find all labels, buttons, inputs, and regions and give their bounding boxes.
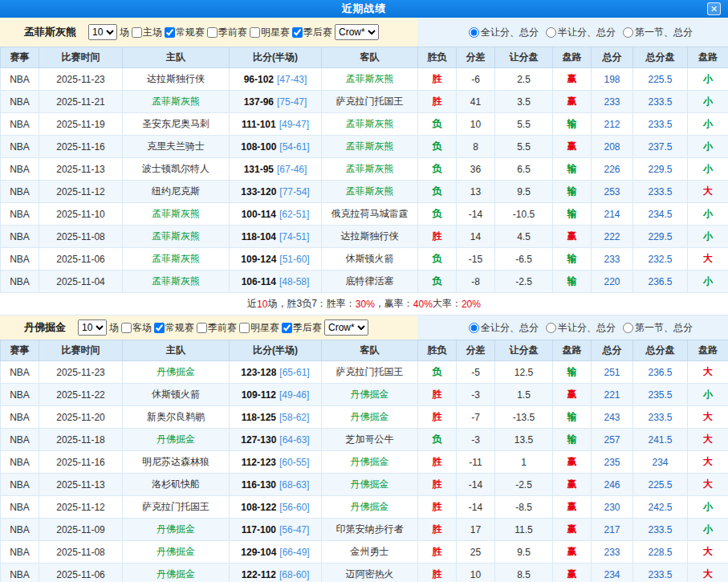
filter-radio[interactable] (469, 27, 479, 38)
cell-handicap-line: 1 (495, 451, 553, 474)
cell-away-team: 孟菲斯灰熊 (322, 158, 418, 181)
filter-checkbox[interactable] (239, 323, 250, 333)
games-count-select[interactable]: 10 (78, 319, 107, 336)
cell-total-points: 230 (592, 496, 633, 519)
cell-total-line: 233.5 (633, 113, 688, 136)
popup-window: 近期战绩 ✕ 孟菲斯灰熊10场主场常规赛季前赛明星赛季后赛Crow*全让分、总分… (0, 0, 728, 582)
filter-checkbox[interactable] (292, 27, 303, 38)
cell-score: 131-95[67-46] (230, 158, 322, 181)
cell-over-under: 大 (688, 451, 728, 474)
column-header: 盘路 (688, 340, 728, 361)
full-time-score: 133-120 (241, 186, 276, 197)
cell-score: 129-104[66-49] (230, 541, 322, 564)
table-row: NBA2025-11-21孟菲斯灰熊137-96[75-47]萨克拉门托国王胜4… (1, 91, 728, 113)
filter-radio[interactable] (546, 323, 556, 333)
filter-option: 明星赛 (250, 26, 290, 39)
filter-checkbox[interactable] (154, 323, 165, 333)
column-header: 比分(半场) (230, 340, 322, 361)
table-row: NBA2025-11-06丹佛掘金122-112[68-60]迈阿密热火胜108… (1, 564, 728, 582)
cell-home-team: 萨克拉门托国王 (123, 496, 230, 519)
full-time-score: 106-114 (242, 276, 276, 287)
column-header: 主队 (123, 47, 230, 68)
bookmaker-select[interactable]: Crow* (324, 319, 368, 336)
cell-over-under: 大 (688, 541, 728, 564)
cell-league: NBA (1, 136, 39, 158)
cell-total-line: 229.5 (633, 226, 688, 248)
cell-point-diff: -11 (457, 451, 495, 474)
filter-radio[interactable] (546, 27, 556, 38)
cell-away-team: 达拉斯独行侠 (322, 226, 418, 248)
table-row: NBA2025-11-08丹佛掘金129-104[66-49]金州勇士胜259.… (1, 541, 728, 564)
cell-handicap-line: 1.5 (495, 384, 553, 406)
cell-point-diff: -14 (457, 496, 495, 519)
cell-total-line: 235.5 (633, 384, 688, 406)
filter-radio[interactable] (623, 27, 633, 38)
column-header: 比赛时间 (39, 340, 123, 361)
cell-away-team: 丹佛掘金 (322, 474, 418, 496)
cell-date: 2025-11-23 (39, 68, 123, 91)
full-time-score: 109-112 (242, 389, 276, 401)
half-time-score: [60-55] (279, 457, 309, 468)
filter-checkbox[interactable] (121, 323, 132, 333)
cell-result: 负 (418, 203, 457, 226)
radio-option: 全让分、总分 (469, 321, 539, 335)
cell-home-team: 孟菲斯灰熊 (123, 203, 230, 226)
filter-radio[interactable] (469, 323, 479, 333)
filter-option: 明星赛 (239, 321, 279, 335)
column-header: 盘路 (688, 47, 728, 68)
table-row: NBA2025-11-08孟菲斯灰熊118-104[74-51]达拉斯独行侠胜1… (1, 226, 728, 248)
filter-checkbox-label: 明星赛 (261, 26, 290, 39)
filter-checkbox[interactable] (207, 27, 218, 38)
cell-over-under: 小 (688, 158, 728, 181)
cell-date: 2025-11-12 (39, 181, 123, 203)
filter-checkbox[interactable] (197, 323, 207, 333)
cell-date: 2025-11-23 (39, 361, 123, 384)
cell-date: 2025-11-13 (39, 474, 123, 496)
table-row: NBA2025-11-16克里夫兰骑士108-100[54-61]孟菲斯灰熊负8… (1, 136, 728, 158)
cell-league: NBA (1, 361, 39, 384)
cell-point-diff: -5 (457, 361, 495, 384)
filter-checkbox[interactable] (250, 27, 260, 38)
filter-checkbox-label: 季前赛 (208, 321, 237, 335)
cell-point-diff: 8 (457, 136, 495, 158)
cell-over-under: 小 (688, 384, 728, 406)
cell-total-points: 217 (592, 519, 633, 541)
cell-score: 117-100[56-47] (230, 519, 322, 541)
cell-handicap-line: 9.5 (495, 541, 553, 564)
filter-radio[interactable] (623, 323, 633, 333)
cell-handicap-line: -2.5 (495, 271, 553, 293)
table-row: NBA2025-11-19圣安东尼奥马刺111-101[49-47]孟菲斯灰熊负… (1, 113, 728, 136)
cell-point-diff: 36 (457, 158, 495, 181)
half-time-score: [66-49] (279, 547, 309, 558)
filter-checkbox[interactable] (165, 27, 175, 38)
filter-option: 季后赛 (282, 321, 322, 335)
filter-checkbox[interactable] (282, 323, 292, 333)
cell-league: NBA (1, 203, 39, 226)
cell-league: NBA (1, 113, 39, 136)
filter-checkbox-label: 季后赛 (293, 321, 322, 335)
close-icon[interactable]: ✕ (707, 2, 721, 15)
cell-handicap-result: 赢 (553, 474, 592, 496)
filter-checkbox[interactable] (132, 27, 142, 38)
filter-bar-left: 孟菲斯灰熊10场主场常规赛季前赛明星赛季后赛Crow* (0, 18, 417, 47)
cell-handicap-line: 9.5 (495, 181, 553, 203)
cell-score: 122-112[68-60] (230, 564, 322, 582)
half-time-score: [47-43] (277, 74, 307, 85)
cell-handicap-line: 5.5 (495, 113, 553, 136)
summary-text: 10 (257, 299, 267, 310)
cell-point-diff: 10 (457, 564, 495, 582)
cell-date: 2025-11-12 (39, 496, 123, 519)
filter-radio-label: 全让分、总分 (481, 321, 539, 335)
cell-date: 2025-11-04 (39, 271, 123, 293)
cell-away-team: 金州勇士 (322, 541, 418, 564)
full-time-score: 108-122 (241, 502, 276, 513)
full-time-score: 122-112 (242, 569, 276, 580)
cell-league: NBA (1, 271, 39, 293)
column-header: 总分 (592, 340, 633, 361)
cell-over-under: 大 (688, 181, 728, 203)
cell-home-team: 波士顿凯尔特人 (123, 158, 230, 181)
half-time-score: [48-58] (279, 276, 309, 287)
bookmaker-select[interactable]: Crow* (335, 24, 379, 40)
games-count-select[interactable]: 10 (88, 24, 117, 40)
cell-result: 负 (418, 361, 457, 384)
